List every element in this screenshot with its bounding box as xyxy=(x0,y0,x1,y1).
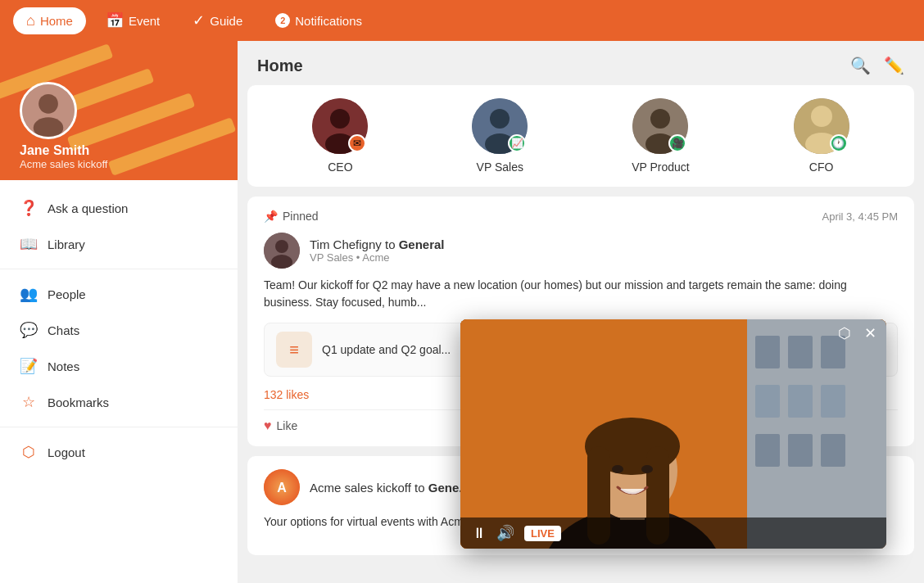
notification-badge: 2 xyxy=(275,13,290,28)
profile-card: Jane Smith Acme sales kickoff xyxy=(0,41,238,180)
vpsales-label: VP Sales xyxy=(477,160,523,174)
svg-rect-23 xyxy=(755,336,780,368)
svg-rect-27 xyxy=(788,385,813,418)
post-author-info: Tim Chefigny to General VP Sales • Acme xyxy=(310,237,445,264)
video-controls: ⏸ 🔊 LIVE xyxy=(460,517,886,549)
post-author-row: Tim Chefigny to General VP Sales • Acme xyxy=(264,233,898,269)
svg-point-1 xyxy=(38,94,58,114)
nav-divider-2 xyxy=(0,427,238,427)
library-icon: 📖 xyxy=(20,235,38,253)
svg-rect-31 xyxy=(821,434,845,467)
sidebar-item-logout[interactable]: ⬡ Logout xyxy=(0,434,238,470)
video-pause-button[interactable]: ⏸ xyxy=(472,525,487,542)
svg-point-38 xyxy=(612,465,623,473)
video-overlay: ⬡ ✕ xyxy=(460,319,886,549)
content-header: Home 🔍 ✏️ xyxy=(238,41,924,85)
header-actions: 🔍 ✏️ xyxy=(850,56,904,75)
logout-icon: ⬡ xyxy=(20,443,38,461)
ceo-badge: ✉ xyxy=(348,134,366,152)
video-volume-button[interactable]: 🔊 xyxy=(496,524,514,542)
sidebar-item-chats[interactable]: 💬 Chats xyxy=(0,312,238,348)
second-post-avatar: A xyxy=(264,469,300,505)
second-post-author-name: Acme sales kickoff to Gene... xyxy=(310,481,469,495)
attachment-title: Q1 update and Q2 goal... xyxy=(322,343,451,356)
pinned-header: 📌 Pinned April 3, 4:45 PM xyxy=(264,210,898,223)
sidebar-item-library[interactable]: 📖 Library xyxy=(0,226,238,262)
vpproduct-label: VP Product xyxy=(632,160,690,174)
cfo-badge: 🕐 xyxy=(830,134,848,152)
sidebar-item-people[interactable]: 👥 People xyxy=(0,276,238,312)
person-vpsales[interactable]: 📈 VP Sales xyxy=(472,98,528,174)
ceo-label: CEO xyxy=(328,160,352,174)
post-body: Team! Our kickoff for Q2 may have a new … xyxy=(264,277,898,311)
profile-org: Acme sales kickoff xyxy=(20,158,107,170)
svg-rect-24 xyxy=(788,336,813,368)
compose-icon[interactable]: ✏️ xyxy=(884,56,904,75)
post-author-avatar xyxy=(264,233,300,269)
pin-icon: 📌 xyxy=(264,210,278,223)
top-navigation: ⌂ Home 📅 Event ✓ Guide 2 Notifications xyxy=(0,0,924,41)
video-titlebar: ⬡ ✕ xyxy=(828,319,886,347)
person-vpproduct[interactable]: 🎥 VP Product xyxy=(632,98,690,174)
vpsales-badge: 📈 xyxy=(508,134,526,152)
svg-rect-30 xyxy=(788,434,813,467)
sidebar: Jane Smith Acme sales kickoff ❓ Ask a qu… xyxy=(0,41,238,583)
sidebar-item-bookmarks[interactable]: ☆ Bookmarks xyxy=(0,384,238,420)
person-ceo[interactable]: ✉ CEO xyxy=(312,98,368,174)
video-content xyxy=(460,319,886,549)
svg-rect-29 xyxy=(755,434,780,467)
svg-point-39 xyxy=(641,465,653,473)
search-icon[interactable]: 🔍 xyxy=(850,56,871,75)
nav-home[interactable]: ⌂ Home xyxy=(13,7,86,34)
video-minimize-button[interactable]: ⬡ xyxy=(835,323,854,344)
sidebar-navigation: ❓ Ask a question 📖 Library 👥 People 💬 Ch… xyxy=(0,180,238,480)
people-card: ✉ CEO 📈 xyxy=(247,85,914,187)
person-vpsales-avatar-wrap: 📈 xyxy=(472,98,528,154)
second-post-author-info: Acme sales kickoff to Gene... xyxy=(310,481,469,495)
svg-point-13 xyxy=(811,106,832,127)
profile-name: Jane Smith xyxy=(20,143,107,158)
svg-rect-26 xyxy=(755,385,780,418)
guide-icon: ✓ xyxy=(192,11,205,29)
cfo-label: CFO xyxy=(809,160,834,174)
like-button[interactable]: ♥ Like xyxy=(264,418,297,433)
sidebar-item-ask-question[interactable]: ❓ Ask a question xyxy=(0,190,238,226)
sidebar-item-notes[interactable]: 📝 Notes xyxy=(0,348,238,384)
profile-info: Jane Smith Acme sales kickoff xyxy=(20,143,107,170)
attachment-icon: ≡ xyxy=(276,332,312,368)
pinned-label: 📌 Pinned xyxy=(264,210,319,223)
chat-icon: 💬 xyxy=(20,321,38,339)
svg-point-16 xyxy=(275,240,288,253)
person-ceo-avatar-wrap: ✉ xyxy=(312,98,368,154)
video-close-button[interactable]: ✕ xyxy=(861,323,880,344)
user-avatar xyxy=(20,82,77,139)
people-icon: 👥 xyxy=(20,285,38,303)
vpproduct-badge: 🎥 xyxy=(668,134,686,152)
person-cfo[interactable]: 🕐 CFO xyxy=(794,98,849,174)
nav-notifications[interactable]: 2 Notifications xyxy=(262,8,375,33)
nav-event[interactable]: 📅 Event xyxy=(93,7,173,34)
post-author-sub: VP Sales • Acme xyxy=(310,251,445,264)
svg-rect-28 xyxy=(821,385,845,418)
bookmark-icon: ☆ xyxy=(20,393,38,411)
home-icon: ⌂ xyxy=(26,12,35,29)
post-author-name: Tim Chefigny to General xyxy=(310,237,445,251)
nav-guide[interactable]: ✓ Guide xyxy=(179,7,256,34)
pinned-date: April 3, 4:45 PM xyxy=(822,210,899,223)
svg-point-4 xyxy=(330,109,350,129)
nav-divider-1 xyxy=(0,269,238,269)
svg-point-7 xyxy=(490,109,510,129)
calendar-icon: 📅 xyxy=(106,11,124,29)
notes-icon: 📝 xyxy=(20,357,38,375)
live-badge: LIVE xyxy=(524,526,561,541)
svg-point-2 xyxy=(34,117,64,138)
person-vpproduct-avatar-wrap: 🎥 xyxy=(632,98,688,154)
heart-icon: ♥ xyxy=(264,418,272,433)
svg-point-10 xyxy=(650,109,670,129)
question-icon: ❓ xyxy=(20,199,38,217)
person-cfo-avatar-wrap: 🕐 xyxy=(794,98,849,154)
page-title: Home xyxy=(257,56,303,75)
svg-text:A: A xyxy=(277,481,287,495)
